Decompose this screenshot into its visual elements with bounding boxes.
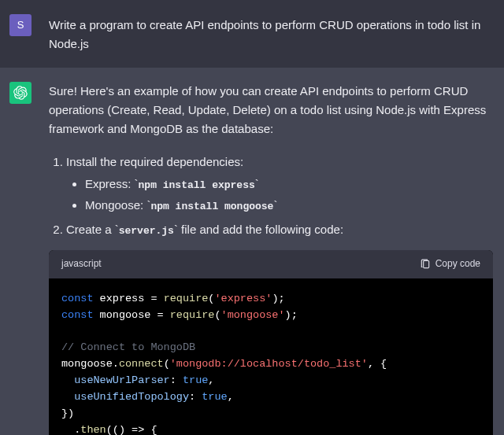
user-avatar-letter: S — [17, 17, 24, 34]
step-2-suffix: file and add the following code: — [178, 223, 343, 236]
copy-code-label: Copy code — [435, 256, 480, 271]
copy-code-button[interactable]: Copy code — [420, 256, 480, 271]
express-dep: Express: `npm install express` — [85, 175, 493, 194]
user-message-text: Write a program to create API endpoints … — [49, 14, 493, 53]
step-2-prefix: Create a — [66, 223, 115, 236]
step-1: Install the required dependencies: Expre… — [66, 153, 493, 216]
user-avatar: S — [9, 14, 32, 36]
clipboard-icon — [420, 259, 431, 270]
code-language-label: javascript — [61, 256, 102, 271]
assistant-avatar — [9, 82, 32, 104]
svg-rect-0 — [423, 260, 428, 267]
assistant-message: Sure! Here's an example of how you can c… — [0, 68, 504, 435]
assistant-intro-text: Sure! Here's an example of how you can c… — [49, 82, 493, 138]
code-content[interactable]: const express = require('express'); cons… — [49, 278, 493, 435]
assistant-content: Sure! Here's an example of how you can c… — [49, 82, 493, 435]
code-header: javascript Copy code — [49, 250, 493, 278]
express-cmd: npm install express — [139, 179, 255, 191]
step-1-text: Install the required dependencies: — [66, 155, 243, 168]
openai-logo-icon — [13, 86, 28, 100]
step-2-filename: server.js — [119, 225, 174, 237]
step-2: Create a `server.js` file and add the fo… — [66, 220, 493, 240]
mongoose-dep: Mongoose: `npm install mongoose` — [85, 196, 493, 216]
code-block: javascript Copy code const express = req… — [49, 250, 493, 435]
step-1-sublist: Express: `npm install express` Mongoose:… — [85, 175, 493, 216]
steps-list: Install the required dependencies: Expre… — [63, 153, 493, 239]
mongoose-label: Mongoose: — [85, 198, 146, 212]
mongoose-cmd: npm install mongoose — [150, 201, 273, 212]
express-label: Express: — [85, 177, 135, 190]
user-message: S Write a program to create API endpoint… — [0, 0, 504, 68]
